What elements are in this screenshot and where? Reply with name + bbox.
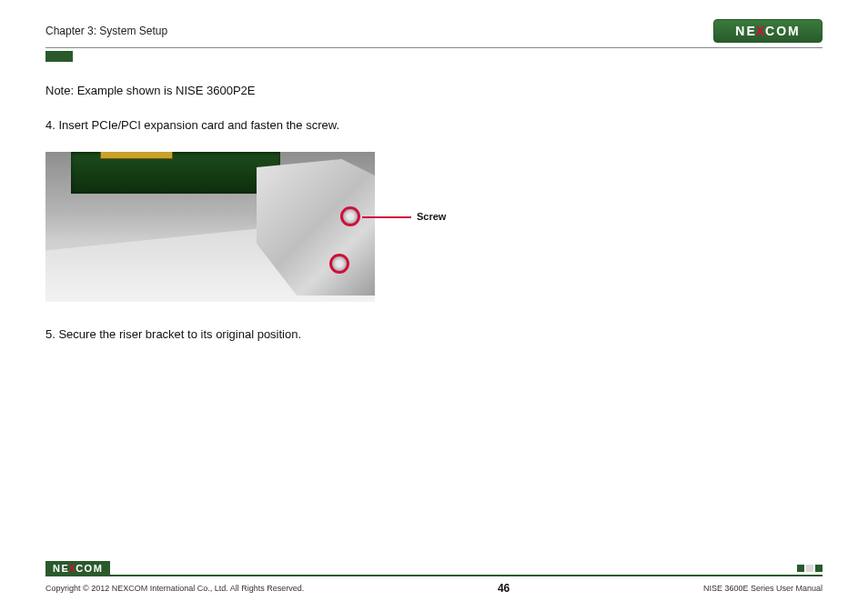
brand-x: X [68, 563, 76, 574]
header-tab [45, 51, 73, 62]
brand-logo-header: NEXCOM [713, 19, 823, 43]
footer: NEXCOM Copyright © 2012 NEXCOM Internati… [45, 575, 823, 595]
screw-marker-top [340, 206, 360, 226]
brand-right: COM [76, 563, 103, 574]
header-divider [45, 47, 823, 48]
callout-line [362, 216, 411, 218]
brand-x: X [755, 24, 766, 38]
page-number: 46 [498, 582, 510, 595]
chapter-title: Chapter 3: System Setup [45, 25, 167, 37]
step-5-text: 5. Secure the riser bracket to its origi… [45, 326, 823, 344]
copyright-text: Copyright © 2012 NEXCOM International Co… [45, 584, 304, 593]
note-text: Note: Example shown is NISE 3600P2E [45, 82, 823, 100]
footer-squares-icon [797, 565, 823, 572]
brand-logo-footer: NEXCOM [45, 561, 110, 576]
hardware-photo [45, 152, 375, 302]
brand-left: NE [53, 563, 69, 574]
manual-title: NISE 3600E Series User Manual [703, 584, 823, 593]
edge-connector [100, 152, 173, 159]
screw-marker-bottom [329, 254, 349, 274]
page-content: Note: Example shown is NISE 3600P2E 4. I… [45, 82, 823, 360]
callout-label: Screw [417, 209, 446, 225]
brand-right: COM [765, 24, 801, 38]
brand-left: NE [735, 24, 756, 38]
figure: Screw [45, 152, 428, 302]
step-4-text: 4. Insert PCIe/PCI expansion card and fa… [45, 116, 823, 135]
